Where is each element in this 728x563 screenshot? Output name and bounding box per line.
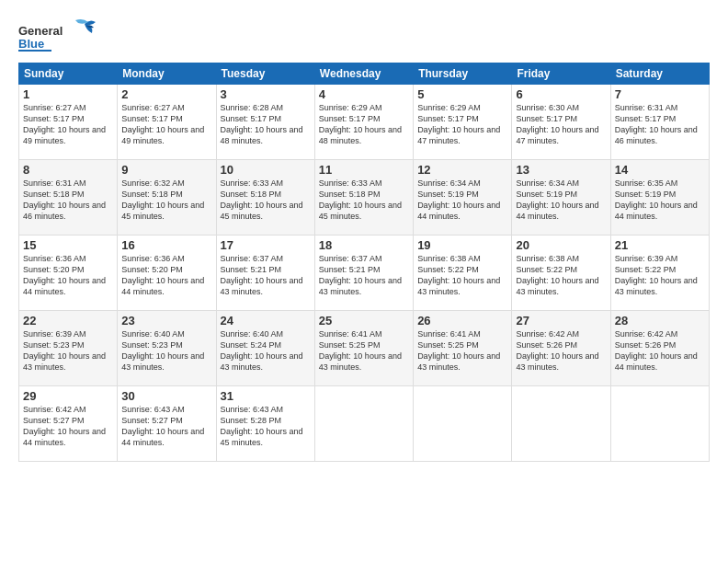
day-info: Sunrise: 6:36 AMSunset: 5:20 PMDaylight:… <box>121 253 211 298</box>
calendar-week-row: 22Sunrise: 6:39 AMSunset: 5:23 PMDayligh… <box>19 311 710 386</box>
calendar-cell: 7Sunrise: 6:31 AMSunset: 5:17 PMDaylight… <box>610 85 709 160</box>
calendar-cell <box>512 386 610 462</box>
day-number: 30 <box>121 389 211 403</box>
svg-text:Blue: Blue <box>18 37 44 51</box>
calendar-cell: 8Sunrise: 6:31 AMSunset: 5:18 PMDaylight… <box>19 160 118 236</box>
calendar-cell: 17Sunrise: 6:37 AMSunset: 5:21 PMDayligh… <box>216 236 314 311</box>
page: General Blue SundayMondayTuesdayWednesda… <box>0 0 728 563</box>
svg-rect-2 <box>18 50 51 52</box>
calendar-cell: 9Sunrise: 6:32 AMSunset: 5:18 PMDaylight… <box>118 160 216 236</box>
day-info: Sunrise: 6:30 AMSunset: 5:17 PMDaylight:… <box>516 102 606 147</box>
calendar-cell: 1Sunrise: 6:27 AMSunset: 5:17 PMDaylight… <box>19 85 118 160</box>
day-info: Sunrise: 6:37 AMSunset: 5:21 PMDaylight:… <box>319 253 409 298</box>
calendar-cell: 10Sunrise: 6:33 AMSunset: 5:18 PMDayligh… <box>216 160 314 236</box>
day-info: Sunrise: 6:27 AMSunset: 5:17 PMDaylight:… <box>23 102 113 147</box>
day-number: 6 <box>516 87 606 101</box>
day-info: Sunrise: 6:31 AMSunset: 5:18 PMDaylight:… <box>23 178 113 223</box>
calendar-table: SundayMondayTuesdayWednesdayThursdayFrid… <box>18 63 710 462</box>
day-number: 23 <box>121 314 211 327</box>
calendar-cell: 2Sunrise: 6:27 AMSunset: 5:17 PMDaylight… <box>118 85 216 160</box>
day-number: 28 <box>615 314 705 327</box>
day-number: 1 <box>23 87 113 101</box>
weekday-header: Thursday <box>414 63 512 85</box>
day-info: Sunrise: 6:39 AMSunset: 5:23 PMDaylight:… <box>23 328 113 373</box>
day-number: 24 <box>221 314 311 327</box>
day-number: 10 <box>221 163 311 177</box>
day-info: Sunrise: 6:40 AMSunset: 5:23 PMDaylight:… <box>121 328 211 373</box>
calendar-week-row: 29Sunrise: 6:42 AMSunset: 5:27 PMDayligh… <box>19 386 710 462</box>
day-info: Sunrise: 6:29 AMSunset: 5:17 PMDaylight:… <box>319 102 409 147</box>
day-info: Sunrise: 6:33 AMSunset: 5:18 PMDaylight:… <box>221 178 311 223</box>
day-number: 20 <box>516 238 606 252</box>
day-number: 27 <box>516 314 606 327</box>
header: General Blue <box>18 17 710 55</box>
weekday-header: Wednesday <box>314 63 413 85</box>
day-number: 9 <box>121 163 211 177</box>
calendar-cell: 21Sunrise: 6:39 AMSunset: 5:22 PMDayligh… <box>610 236 709 311</box>
calendar-week-row: 15Sunrise: 6:36 AMSunset: 5:20 PMDayligh… <box>19 236 710 311</box>
day-number: 3 <box>221 87 311 101</box>
calendar-cell: 30Sunrise: 6:43 AMSunset: 5:27 PMDayligh… <box>118 386 216 462</box>
calendar-cell: 24Sunrise: 6:40 AMSunset: 5:24 PMDayligh… <box>216 311 314 386</box>
day-info: Sunrise: 6:42 AMSunset: 5:27 PMDaylight:… <box>23 404 113 449</box>
day-number: 21 <box>615 238 705 252</box>
logo-svg: General Blue <box>18 17 101 55</box>
calendar-cell: 28Sunrise: 6:42 AMSunset: 5:26 PMDayligh… <box>610 311 709 386</box>
day-number: 14 <box>615 163 705 177</box>
day-info: Sunrise: 6:43 AMSunset: 5:27 PMDaylight:… <box>121 404 211 449</box>
calendar-header-row: SundayMondayTuesdayWednesdayThursdayFrid… <box>19 63 710 85</box>
day-info: Sunrise: 6:27 AMSunset: 5:17 PMDaylight:… <box>121 102 211 147</box>
day-number: 18 <box>319 238 409 252</box>
day-info: Sunrise: 6:34 AMSunset: 5:19 PMDaylight:… <box>417 178 507 223</box>
day-info: Sunrise: 6:40 AMSunset: 5:24 PMDaylight:… <box>221 328 311 373</box>
calendar-cell: 13Sunrise: 6:34 AMSunset: 5:19 PMDayligh… <box>512 160 610 236</box>
day-info: Sunrise: 6:37 AMSunset: 5:21 PMDaylight:… <box>221 253 311 298</box>
day-info: Sunrise: 6:33 AMSunset: 5:18 PMDaylight:… <box>319 178 409 223</box>
calendar-cell: 20Sunrise: 6:38 AMSunset: 5:22 PMDayligh… <box>512 236 610 311</box>
calendar-cell: 25Sunrise: 6:41 AMSunset: 5:25 PMDayligh… <box>314 311 413 386</box>
day-number: 2 <box>121 87 211 101</box>
calendar-cell: 3Sunrise: 6:28 AMSunset: 5:17 PMDaylight… <box>216 85 314 160</box>
day-number: 5 <box>417 87 507 101</box>
day-info: Sunrise: 6:41 AMSunset: 5:25 PMDaylight:… <box>319 328 409 373</box>
day-info: Sunrise: 6:29 AMSunset: 5:17 PMDaylight:… <box>417 102 507 147</box>
day-number: 7 <box>615 87 705 101</box>
day-number: 11 <box>319 163 409 177</box>
calendar-cell: 18Sunrise: 6:37 AMSunset: 5:21 PMDayligh… <box>314 236 413 311</box>
day-number: 13 <box>516 163 606 177</box>
calendar-cell: 16Sunrise: 6:36 AMSunset: 5:20 PMDayligh… <box>118 236 216 311</box>
calendar-cell <box>610 386 709 462</box>
calendar-cell: 29Sunrise: 6:42 AMSunset: 5:27 PMDayligh… <box>19 386 118 462</box>
weekday-header: Friday <box>512 63 610 85</box>
logo: General Blue <box>18 17 101 55</box>
day-number: 4 <box>319 87 409 101</box>
calendar-cell: 23Sunrise: 6:40 AMSunset: 5:23 PMDayligh… <box>118 311 216 386</box>
day-number: 19 <box>417 238 507 252</box>
calendar-cell <box>414 386 512 462</box>
calendar-cell: 6Sunrise: 6:30 AMSunset: 5:17 PMDaylight… <box>512 85 610 160</box>
day-info: Sunrise: 6:31 AMSunset: 5:17 PMDaylight:… <box>615 102 705 147</box>
day-info: Sunrise: 6:39 AMSunset: 5:22 PMDaylight:… <box>615 253 705 298</box>
calendar-cell: 4Sunrise: 6:29 AMSunset: 5:17 PMDaylight… <box>314 85 413 160</box>
day-number: 26 <box>417 314 507 327</box>
day-info: Sunrise: 6:42 AMSunset: 5:26 PMDaylight:… <box>615 328 705 373</box>
weekday-header: Saturday <box>610 63 709 85</box>
svg-text:General: General <box>18 24 63 38</box>
calendar-week-row: 1Sunrise: 6:27 AMSunset: 5:17 PMDaylight… <box>19 85 710 160</box>
calendar-cell: 11Sunrise: 6:33 AMSunset: 5:18 PMDayligh… <box>314 160 413 236</box>
day-info: Sunrise: 6:28 AMSunset: 5:17 PMDaylight:… <box>221 102 311 147</box>
calendar-cell: 26Sunrise: 6:41 AMSunset: 5:25 PMDayligh… <box>414 311 512 386</box>
day-number: 29 <box>23 389 113 403</box>
day-number: 12 <box>417 163 507 177</box>
day-info: Sunrise: 6:38 AMSunset: 5:22 PMDaylight:… <box>417 253 507 298</box>
calendar-week-row: 8Sunrise: 6:31 AMSunset: 5:18 PMDaylight… <box>19 160 710 236</box>
day-info: Sunrise: 6:34 AMSunset: 5:19 PMDaylight:… <box>516 178 606 223</box>
day-info: Sunrise: 6:38 AMSunset: 5:22 PMDaylight:… <box>516 253 606 298</box>
weekday-header: Monday <box>118 63 216 85</box>
day-number: 25 <box>319 314 409 327</box>
weekday-header: Tuesday <box>216 63 314 85</box>
calendar-cell: 19Sunrise: 6:38 AMSunset: 5:22 PMDayligh… <box>414 236 512 311</box>
day-number: 31 <box>221 389 311 403</box>
day-info: Sunrise: 6:35 AMSunset: 5:19 PMDaylight:… <box>615 178 705 223</box>
day-number: 16 <box>121 238 211 252</box>
